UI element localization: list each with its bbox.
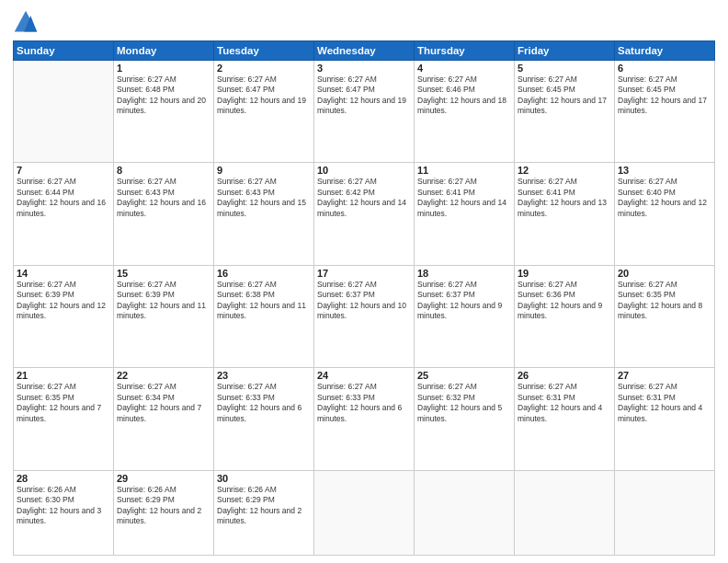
day-number: 13: [618, 165, 711, 176]
day-info: Sunrise: 6:26 AMSunset: 6:29 PMDaylight:…: [217, 485, 311, 527]
weekday-header-wednesday: Wednesday: [314, 41, 415, 61]
day-number: 26: [518, 370, 611, 381]
calendar-cell: 6 Sunrise: 6:27 AMSunset: 6:45 PMDayligh…: [615, 61, 715, 163]
day-info: Sunrise: 6:27 AMSunset: 6:33 PMDaylight:…: [317, 382, 411, 424]
page: SundayMondayTuesdayWednesdayThursdayFrid…: [0, 0, 728, 563]
weekday-header-monday: Monday: [114, 41, 214, 61]
calendar-cell: 20 Sunrise: 6:27 AMSunset: 6:35 PMDaylig…: [615, 265, 715, 367]
calendar-cell: 25 Sunrise: 6:27 AMSunset: 6:32 PMDaylig…: [415, 368, 515, 470]
calendar-cell: 19 Sunrise: 6:27 AMSunset: 6:36 PMDaylig…: [515, 265, 615, 367]
calendar-cell: 1 Sunrise: 6:27 AMSunset: 6:48 PMDayligh…: [114, 61, 214, 163]
day-info: Sunrise: 6:27 AMSunset: 6:37 PMDaylight:…: [317, 280, 411, 322]
day-info: Sunrise: 6:27 AMSunset: 6:43 PMDaylight:…: [117, 177, 210, 219]
calendar-cell: 14 Sunrise: 6:27 AMSunset: 6:39 PMDaylig…: [14, 265, 114, 367]
calendar-cell: 23 Sunrise: 6:27 AMSunset: 6:33 PMDaylig…: [214, 368, 314, 470]
week-row-3: 14 Sunrise: 6:27 AMSunset: 6:39 PMDaylig…: [14, 265, 715, 367]
day-number: 9: [217, 165, 311, 176]
day-info: Sunrise: 6:27 AMSunset: 6:39 PMDaylight:…: [117, 280, 210, 322]
calendar-cell: 2 Sunrise: 6:27 AMSunset: 6:47 PMDayligh…: [214, 61, 314, 163]
calendar-cell: 4 Sunrise: 6:27 AMSunset: 6:46 PMDayligh…: [415, 61, 515, 163]
day-number: 1: [117, 63, 210, 74]
day-info: Sunrise: 6:27 AMSunset: 6:37 PMDaylight:…: [417, 280, 511, 322]
day-number: 17: [317, 268, 411, 279]
day-number: 10: [317, 165, 411, 176]
calendar-cell: 24 Sunrise: 6:27 AMSunset: 6:33 PMDaylig…: [314, 368, 415, 470]
calendar-cell: 5 Sunrise: 6:27 AMSunset: 6:45 PMDayligh…: [515, 61, 615, 163]
day-number: 25: [417, 370, 511, 381]
calendar-cell: 11 Sunrise: 6:27 AMSunset: 6:41 PMDaylig…: [415, 163, 515, 265]
day-info: Sunrise: 6:27 AMSunset: 6:35 PMDaylight:…: [17, 382, 110, 424]
day-number: 30: [217, 473, 311, 484]
day-info: Sunrise: 6:27 AMSunset: 6:41 PMDaylight:…: [417, 177, 511, 219]
weekday-header-sunday: Sunday: [14, 41, 114, 61]
day-info: Sunrise: 6:27 AMSunset: 6:41 PMDaylight:…: [518, 177, 611, 219]
day-number: 5: [518, 63, 611, 74]
calendar-cell: [615, 470, 715, 555]
calendar-cell: 12 Sunrise: 6:27 AMSunset: 6:41 PMDaylig…: [515, 163, 615, 265]
weekday-header-tuesday: Tuesday: [214, 41, 314, 61]
day-info: Sunrise: 6:27 AMSunset: 6:46 PMDaylight:…: [417, 75, 511, 117]
calendar-cell: 18 Sunrise: 6:27 AMSunset: 6:37 PMDaylig…: [415, 265, 515, 367]
calendar-cell: 3 Sunrise: 6:27 AMSunset: 6:47 PMDayligh…: [314, 61, 415, 163]
calendar-cell: 9 Sunrise: 6:27 AMSunset: 6:43 PMDayligh…: [214, 163, 314, 265]
day-number: 19: [518, 268, 611, 279]
calendar-cell: 16 Sunrise: 6:27 AMSunset: 6:38 PMDaylig…: [214, 265, 314, 367]
day-info: Sunrise: 6:27 AMSunset: 6:40 PMDaylight:…: [618, 177, 711, 219]
weekday-header-friday: Friday: [515, 41, 615, 61]
week-row-2: 7 Sunrise: 6:27 AMSunset: 6:44 PMDayligh…: [14, 163, 715, 265]
calendar-cell: 17 Sunrise: 6:27 AMSunset: 6:37 PMDaylig…: [314, 265, 415, 367]
day-number: 16: [217, 268, 311, 279]
day-number: 3: [317, 63, 411, 74]
day-number: 6: [618, 63, 711, 74]
day-info: Sunrise: 6:27 AMSunset: 6:34 PMDaylight:…: [117, 382, 210, 424]
calendar-cell: 7 Sunrise: 6:27 AMSunset: 6:44 PMDayligh…: [14, 163, 114, 265]
day-number: 12: [518, 165, 611, 176]
calendar-cell: 10 Sunrise: 6:27 AMSunset: 6:42 PMDaylig…: [314, 163, 415, 265]
day-info: Sunrise: 6:27 AMSunset: 6:48 PMDaylight:…: [117, 75, 210, 117]
calendar-cell: 13 Sunrise: 6:27 AMSunset: 6:40 PMDaylig…: [615, 163, 715, 265]
day-info: Sunrise: 6:27 AMSunset: 6:44 PMDaylight:…: [17, 177, 110, 219]
day-number: 18: [417, 268, 511, 279]
calendar-cell: 26 Sunrise: 6:27 AMSunset: 6:31 PMDaylig…: [515, 368, 615, 470]
day-info: Sunrise: 6:27 AMSunset: 6:42 PMDaylight:…: [317, 177, 411, 219]
day-info: Sunrise: 6:27 AMSunset: 6:45 PMDaylight:…: [618, 75, 711, 117]
day-info: Sunrise: 6:27 AMSunset: 6:31 PMDaylight:…: [518, 382, 611, 424]
day-number: 23: [217, 370, 311, 381]
calendar-cell: 22 Sunrise: 6:27 AMSunset: 6:34 PMDaylig…: [114, 368, 214, 470]
day-number: 29: [117, 473, 210, 484]
day-info: Sunrise: 6:27 AMSunset: 6:45 PMDaylight:…: [518, 75, 611, 117]
day-number: 4: [417, 63, 511, 74]
weekday-header-saturday: Saturday: [615, 41, 715, 61]
calendar-cell: [314, 470, 415, 555]
day-number: 24: [317, 370, 411, 381]
day-number: 22: [117, 370, 210, 381]
day-info: Sunrise: 6:27 AMSunset: 6:47 PMDaylight:…: [217, 75, 311, 117]
weekday-header-thursday: Thursday: [415, 41, 515, 61]
day-number: 28: [17, 473, 110, 484]
day-info: Sunrise: 6:27 AMSunset: 6:43 PMDaylight:…: [217, 177, 311, 219]
calendar-cell: 29 Sunrise: 6:26 AMSunset: 6:29 PMDaylig…: [114, 470, 214, 555]
day-info: Sunrise: 6:26 AMSunset: 6:30 PMDaylight:…: [17, 485, 110, 527]
week-row-1: 1 Sunrise: 6:27 AMSunset: 6:48 PMDayligh…: [14, 61, 715, 163]
day-info: Sunrise: 6:27 AMSunset: 6:35 PMDaylight:…: [618, 280, 711, 322]
day-number: 14: [17, 268, 110, 279]
calendar-cell: 27 Sunrise: 6:27 AMSunset: 6:31 PMDaylig…: [615, 368, 715, 470]
day-number: 11: [417, 165, 511, 176]
day-info: Sunrise: 6:27 AMSunset: 6:31 PMDaylight:…: [618, 382, 711, 424]
day-info: Sunrise: 6:27 AMSunset: 6:32 PMDaylight:…: [417, 382, 511, 424]
day-number: 20: [618, 268, 711, 279]
day-info: Sunrise: 6:27 AMSunset: 6:39 PMDaylight:…: [17, 280, 110, 322]
day-number: 8: [117, 165, 210, 176]
calendar-cell: [515, 470, 615, 555]
calendar-cell: 21 Sunrise: 6:27 AMSunset: 6:35 PMDaylig…: [14, 368, 114, 470]
calendar-cell: [14, 61, 114, 163]
day-info: Sunrise: 6:27 AMSunset: 6:47 PMDaylight:…: [317, 75, 411, 117]
calendar-cell: 8 Sunrise: 6:27 AMSunset: 6:43 PMDayligh…: [114, 163, 214, 265]
header: [13, 9, 715, 35]
calendar-cell: [415, 470, 515, 555]
logo: [13, 9, 42, 35]
weekday-header-row: SundayMondayTuesdayWednesdayThursdayFrid…: [14, 41, 715, 61]
day-number: 21: [17, 370, 110, 381]
week-row-5: 28 Sunrise: 6:26 AMSunset: 6:30 PMDaylig…: [14, 470, 715, 555]
day-number: 7: [17, 165, 110, 176]
